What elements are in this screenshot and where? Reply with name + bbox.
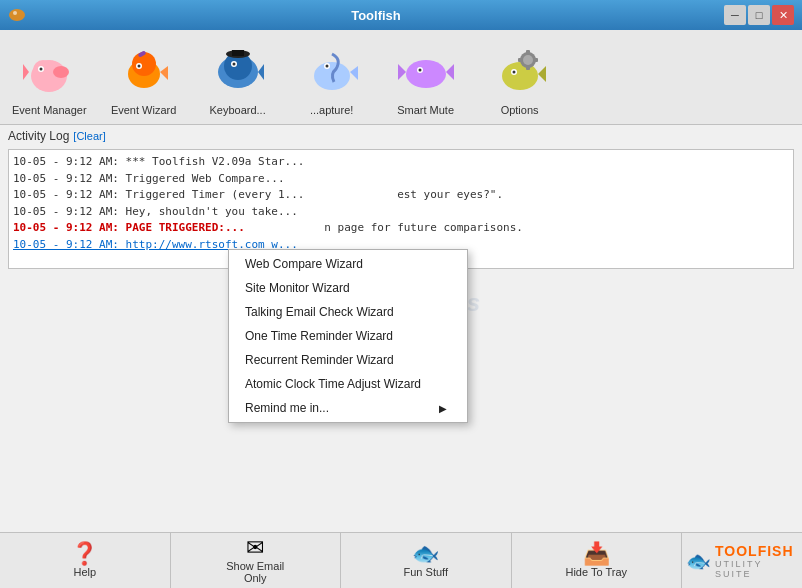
menu-item-atomic-clock[interactable]: Atomic Clock Time Adjust Wizard (229, 372, 467, 396)
capture-icon (302, 42, 362, 102)
footer-item-help[interactable]: ❓ Help (0, 533, 171, 588)
activity-log-title: Activity Log (8, 129, 69, 143)
svg-rect-37 (526, 50, 530, 54)
svg-point-26 (406, 60, 446, 88)
event-manager-label: Event Manager (12, 104, 87, 116)
log-line: 10-05 - 9:12 AM: Triggered Timer (every … (13, 187, 789, 204)
toolbar-item-capture[interactable]: ...apture! (287, 38, 377, 120)
options-icon (490, 42, 550, 102)
menu-item-one-time-reminder[interactable]: One Time Reminder Wizard (229, 324, 467, 348)
footer-item-show-email[interactable]: ✉ Show EmailOnly (171, 533, 342, 588)
keyboard-label: Keyboard... (209, 104, 265, 116)
log-line: 10-05 - 9:12 AM: Triggered Web Compare..… (13, 171, 789, 188)
svg-rect-20 (232, 50, 244, 56)
svg-marker-12 (160, 66, 168, 80)
brand-fish-icon: 🐟 (686, 549, 711, 573)
svg-marker-34 (538, 66, 546, 82)
toolbar-item-options[interactable]: Options (475, 38, 565, 120)
menu-item-recurrent-reminder[interactable]: Recurrent Reminder Wizard (229, 348, 467, 372)
smart-mute-label: Smart Mute (397, 104, 454, 116)
show-email-label: Show EmailOnly (226, 560, 284, 584)
window-title: Toolfish (28, 8, 724, 23)
dropdown-menu: Web Compare Wizard Site Monitor Wizard T… (228, 249, 468, 423)
keyboard-icon (208, 42, 268, 102)
toolbar-item-event-wizard[interactable]: Event Wizard (99, 38, 189, 120)
menu-item-web-compare[interactable]: Web Compare Wizard (229, 252, 467, 276)
smart-mute-icon (396, 42, 456, 102)
toolbar-item-keyboard[interactable]: Keyboard... (193, 38, 283, 120)
svg-marker-18 (258, 64, 264, 80)
minimize-button[interactable]: ─ (724, 5, 746, 25)
footer-item-hide-to-tray[interactable]: 📥 Hide To Tray (512, 533, 683, 588)
fun-stuff-label: Fun Stuff (404, 566, 448, 578)
maximize-button[interactable]: □ (748, 5, 770, 25)
main-content: 10-05 - 9:12 AM: *** Toolfish V2.09a Sta… (0, 149, 802, 559)
svg-marker-25 (350, 66, 358, 80)
event-manager-icon (19, 42, 79, 102)
hide-to-tray-label: Hide To Tray (565, 566, 627, 578)
svg-point-4 (53, 66, 69, 78)
svg-marker-29 (398, 64, 406, 80)
svg-marker-7 (23, 64, 29, 80)
svg-point-36 (523, 55, 533, 65)
svg-point-28 (418, 69, 421, 72)
help-icon: ❓ (71, 543, 98, 565)
menu-item-talking-email[interactable]: Talking Email Check Wizard (229, 300, 467, 324)
email-icon: ✉ (246, 537, 264, 559)
footer-brand: 🐟 TOOLFISH UTILITY SUITE (682, 539, 802, 583)
capture-label: ...apture! (310, 104, 353, 116)
brand-sub: UTILITY SUITE (715, 559, 798, 579)
svg-point-1 (13, 11, 17, 15)
svg-point-6 (40, 68, 43, 71)
svg-marker-30 (446, 64, 454, 80)
svg-point-0 (9, 9, 25, 21)
menu-item-remind-me[interactable]: Remind me in... ▶ (229, 396, 467, 420)
log-line-triggered: 10-05 - 9:12 AM: PAGE TRIGGERED:... n pa… (13, 220, 789, 237)
hide-to-tray-icon: 📥 (583, 543, 610, 565)
help-label: Help (73, 566, 96, 578)
svg-point-24 (325, 65, 328, 68)
log-line: 10-05 - 9:12 AM: *** Toolfish V2.09a Sta… (13, 154, 789, 171)
brand-logo: TOOLFISH (715, 543, 798, 559)
event-wizard-icon (114, 42, 174, 102)
fun-stuff-icon: 🐟 (412, 543, 439, 565)
submenu-arrow-icon: ▶ (439, 403, 447, 414)
toolbar-item-smart-mute[interactable]: Smart Mute (381, 38, 471, 120)
window-controls: ─ □ ✕ (724, 5, 794, 25)
log-line: 10-05 - 9:12 AM: Hey, shouldn't you take… (13, 204, 789, 221)
title-bar: Toolfish ─ □ ✕ (0, 0, 802, 30)
toolbar: Event Manager Event Wizard (0, 30, 802, 125)
svg-point-17 (232, 63, 235, 66)
activity-header: Activity Log [Clear] (8, 129, 794, 143)
menu-item-site-monitor[interactable]: Site Monitor Wizard (229, 276, 467, 300)
svg-rect-39 (518, 58, 522, 62)
footer: ❓ Help ✉ Show EmailOnly 🐟 Fun Stuff 📥 Hi… (0, 532, 802, 588)
svg-rect-40 (534, 58, 538, 62)
footer-item-fun-stuff[interactable]: 🐟 Fun Stuff (341, 533, 512, 588)
svg-point-33 (512, 71, 515, 74)
svg-rect-38 (526, 66, 530, 70)
svg-point-11 (137, 65, 140, 68)
activity-clear-button[interactable]: [Clear] (73, 130, 105, 142)
options-label: Options (501, 104, 539, 116)
toolbar-item-event-manager[interactable]: Event Manager (4, 38, 95, 120)
close-button[interactable]: ✕ (772, 5, 794, 25)
event-wizard-label: Event Wizard (111, 104, 176, 116)
svg-point-9 (132, 52, 156, 76)
app-icon (8, 5, 28, 25)
activity-section: Activity Log [Clear] (0, 125, 802, 149)
